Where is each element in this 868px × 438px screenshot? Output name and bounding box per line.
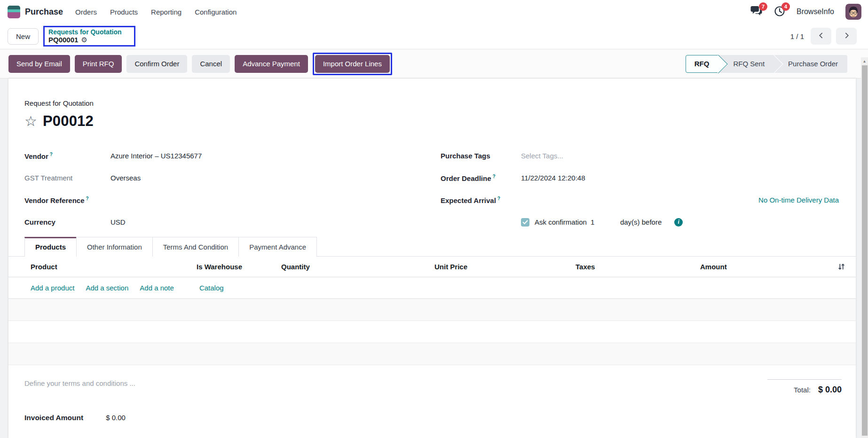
total-box: Total: $ 0.00 xyxy=(767,379,842,395)
ask-confirmation-label: Ask confirmation xyxy=(535,218,587,226)
pager-next-button[interactable] xyxy=(836,28,857,45)
help-icon: ? xyxy=(497,196,500,201)
invoiced-amount-value: $ 0.00 xyxy=(106,414,126,422)
import-order-lines-button[interactable]: Import Order Lines xyxy=(315,55,390,73)
purchase-tags-input[interactable]: Select Tags... xyxy=(521,152,563,160)
activities-button[interactable]: 4 xyxy=(774,6,785,18)
new-button[interactable]: New xyxy=(8,28,39,45)
user-avatar[interactable] xyxy=(845,4,861,20)
vendor-value[interactable]: Azure Interior – US12345677 xyxy=(110,152,202,160)
status-steps: RFQ RFQ Sent Purchase Order xyxy=(686,55,847,73)
doc-type-label: Request for Quotation xyxy=(24,99,842,107)
scroll-up-arrow-icon[interactable]: ▲ xyxy=(861,57,868,65)
pager-count: 1 / 1 xyxy=(790,32,804,40)
activities-badge: 4 xyxy=(781,2,790,11)
send-by-email-button[interactable]: Send by Email xyxy=(8,55,70,73)
days-before-input[interactable]: 1 xyxy=(591,218,605,226)
menu-products[interactable]: Products xyxy=(110,8,138,16)
optional-columns-icon[interactable] xyxy=(831,263,845,271)
total-value: $ 0.00 xyxy=(818,385,842,395)
pager-previous-button[interactable] xyxy=(811,28,831,45)
chevron-right-icon xyxy=(844,32,850,40)
column-quantity: Quantity xyxy=(281,263,434,271)
breadcrumb-current: PQ00001 xyxy=(48,36,78,44)
ask-confirmation-checkbox[interactable] xyxy=(521,218,529,227)
field-currency: Currency USD xyxy=(24,211,441,233)
gst-treatment-value[interactable]: Overseas xyxy=(110,174,141,182)
top-navbar: Purchase Orders Products Reporting Confi… xyxy=(0,0,868,23)
ask-confirmation-row: Ask confirmation 1 day(s) before i xyxy=(441,211,842,233)
add-a-section-link[interactable]: Add a section xyxy=(86,284,128,292)
status-step-purchase-order[interactable]: Purchase Order xyxy=(774,55,847,73)
main-menu: Orders Products Reporting Configuration xyxy=(75,8,237,16)
purchase-app-icon[interactable] xyxy=(8,6,20,18)
tab-other-information[interactable]: Other Information xyxy=(76,237,153,257)
terms-and-conditions-input[interactable]: Define your terms and conditions ... xyxy=(24,379,135,387)
add-a-product-link[interactable]: Add a product xyxy=(31,284,74,292)
days-before-label: day(s) before xyxy=(620,218,662,226)
breadcrumb: PQ00001 ⚙ xyxy=(48,36,129,44)
cancel-button[interactable]: Cancel xyxy=(192,55,230,73)
messages-badge: 7 xyxy=(759,2,767,11)
column-unit-price: Unit Price xyxy=(434,263,576,271)
help-icon: ? xyxy=(50,152,53,157)
field-vendor: Vendor? Azure Interior – US12345677 xyxy=(24,145,441,167)
import-highlight-box: Import Order Lines xyxy=(313,53,392,75)
field-purchase-tags: Purchase Tags Select Tags... xyxy=(441,145,842,167)
add-line-row: Add a product Add a section Add a note C… xyxy=(8,277,856,299)
app-title[interactable]: Purchase xyxy=(25,7,63,17)
gear-icon[interactable]: ⚙ xyxy=(81,36,87,43)
menu-orders[interactable]: Orders xyxy=(75,8,97,16)
no-on-time-delivery-link[interactable]: No On-time Delivery Data xyxy=(758,196,839,204)
order-lines-table: Product Is Warehouse Quantity Unit Price… xyxy=(8,257,856,365)
tab-payment-advance[interactable]: Payment Advance xyxy=(238,237,317,257)
form-sheet: Request for Quotation ☆ P00012 Vendor? A… xyxy=(8,78,856,438)
tab-terms-and-condition[interactable]: Terms And Condition xyxy=(152,237,239,257)
form-view: Request for Quotation ☆ P00012 Vendor? A… xyxy=(0,78,868,438)
table-row xyxy=(8,343,856,365)
total-label: Total: xyxy=(794,386,811,394)
currency-value[interactable]: USD xyxy=(110,218,126,226)
help-icon: ? xyxy=(86,196,89,201)
add-a-note-link[interactable]: Add a note xyxy=(140,284,174,292)
table-row xyxy=(8,299,856,321)
column-taxes: Taxes xyxy=(576,263,700,271)
print-rfq-button[interactable]: Print RFQ xyxy=(75,55,122,73)
control-panel: New Requests for Quotation PQ00001 ⚙ 1 /… xyxy=(0,23,868,49)
status-step-rfq[interactable]: RFQ xyxy=(686,55,719,73)
column-is-warehouse: Is Warehouse xyxy=(197,263,281,271)
table-row xyxy=(8,321,856,343)
messages-button[interactable]: 7 xyxy=(750,6,763,18)
field-gst-treatment: GST Treatment Overseas xyxy=(24,167,441,189)
order-deadline-value[interactable]: 11/22/2024 12:20:48 xyxy=(521,174,585,182)
breadcrumb-highlight-box: Requests for Quotation PQ00001 ⚙ xyxy=(43,26,135,47)
notebook-tabs: Products Other Information Terms And Con… xyxy=(8,237,856,257)
field-expected-arrival: Expected Arrival? No On-time Delivery Da… xyxy=(441,189,842,211)
chevron-left-icon xyxy=(818,32,824,40)
user-name[interactable]: BrowseInfo xyxy=(797,8,834,16)
confirm-order-button[interactable]: Confirm Order xyxy=(126,55,187,73)
advance-payment-button[interactable]: Advance Payment xyxy=(235,55,308,73)
info-icon: i xyxy=(674,218,683,227)
table-header-row: Product Is Warehouse Quantity Unit Price… xyxy=(8,257,856,277)
column-product: Product xyxy=(31,263,197,271)
field-order-deadline: Order Deadline? 11/22/2024 12:20:48 xyxy=(441,167,842,189)
record-name: P00012 xyxy=(43,113,94,130)
tab-products[interactable]: Products xyxy=(24,237,77,257)
field-vendor-reference: Vendor Reference? xyxy=(24,189,441,211)
breadcrumb-parent-link[interactable]: Requests for Quotation xyxy=(48,28,129,36)
scrollbar-thumb[interactable] xyxy=(862,65,868,436)
invoiced-amount-row: Invoiced Amount $ 0.00 xyxy=(24,414,842,422)
form-statusbar: Send by Email Print RFQ Confirm Order Ca… xyxy=(0,49,868,78)
invoiced-amount-label: Invoiced Amount xyxy=(24,414,83,422)
catalog-link[interactable]: Catalog xyxy=(199,284,224,292)
vertical-scrollbar[interactable]: ▲ xyxy=(861,57,868,438)
help-icon: ? xyxy=(493,174,496,179)
favorite-star-icon[interactable]: ☆ xyxy=(24,114,37,128)
menu-reporting[interactable]: Reporting xyxy=(151,8,181,16)
menu-configuration[interactable]: Configuration xyxy=(195,8,237,16)
column-amount: Amount xyxy=(700,263,831,271)
